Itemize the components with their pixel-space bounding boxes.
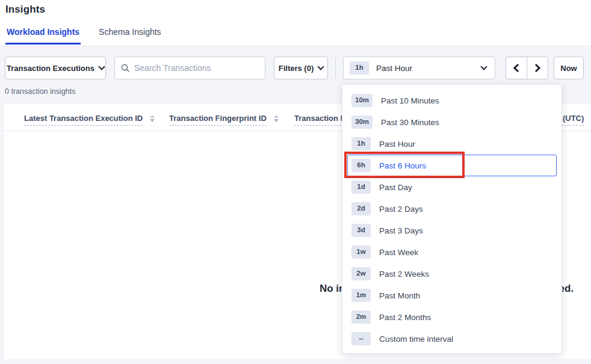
chevron-down-icon <box>318 63 324 70</box>
time-interval-badge: 1h <box>350 61 369 75</box>
insights-page: Insights Workload Insights Schema Insigh… <box>0 0 591 364</box>
now-button[interactable]: Now <box>554 57 584 79</box>
time-interval-label: Past Hour <box>376 64 412 73</box>
previous-range-button[interactable] <box>506 57 527 79</box>
sort-icon[interactable] <box>274 115 279 122</box>
filters-label: Filters (0) <box>279 64 314 73</box>
search-box[interactable] <box>114 57 265 79</box>
chevron-left-icon <box>513 64 522 72</box>
page-title: Insights <box>5 4 45 16</box>
time-interval-dropdown: 10m Past 10 Minutes 30m Past 30 Minutes … <box>342 84 562 354</box>
tab-workload-insights[interactable]: Workload Insights <box>5 26 81 45</box>
page-header: Insights Workload Insights Schema Insigh… <box>0 0 591 46</box>
time-range-nav <box>506 57 548 79</box>
time-option-past-6-hours[interactable]: 6h Past 6 Hours <box>347 155 557 176</box>
execution-type-select[interactable]: Transaction Executions <box>5 57 106 79</box>
time-option-past-30-minutes[interactable]: 30m Past 30 Minutes <box>347 111 557 133</box>
time-option-past-2-days[interactable]: 2d Past 2 Days <box>347 198 557 220</box>
sort-icon[interactable] <box>150 115 155 122</box>
chevron-down-icon <box>98 63 105 70</box>
column-header-latest-execution-id[interactable]: Latest Transaction Execution ID <box>24 114 155 126</box>
time-option-past-3-days[interactable]: 3d Past 3 Days <box>347 220 557 241</box>
time-option-past-2-weeks[interactable]: 2w Past 2 Weeks <box>347 263 557 285</box>
filters-button[interactable]: Filters (0) <box>274 57 328 79</box>
time-option-custom-interval[interactable]: -- Custom time interval <box>347 328 557 350</box>
search-icon <box>121 64 129 72</box>
search-input[interactable] <box>134 63 259 73</box>
chevron-down-icon <box>480 63 487 70</box>
time-option-past-week[interactable]: 1w Past Week <box>347 241 557 263</box>
toolbar-divider <box>335 58 336 78</box>
now-label: Now <box>560 64 577 73</box>
chevron-right-icon <box>532 64 540 72</box>
time-option-past-10-minutes[interactable]: 10m Past 10 Minutes <box>347 90 557 111</box>
insights-count: 0 transaction insights <box>5 87 75 96</box>
execution-type-label: Transaction Executions <box>7 64 94 73</box>
next-range-button[interactable] <box>527 57 548 79</box>
tab-schema-insights[interactable]: Schema Insights <box>97 26 162 45</box>
time-option-past-day[interactable]: 1d Past Day <box>347 176 557 198</box>
tab-bar: Workload Insights Schema Insights <box>0 26 162 46</box>
time-option-past-hour[interactable]: 1h Past Hour <box>347 133 557 155</box>
time-option-past-month[interactable]: 1m Past Month <box>347 285 557 306</box>
time-option-past-2-months[interactable]: 2m Past 2 Months <box>347 306 557 328</box>
time-interval-select[interactable]: 1h Past Hour <box>343 57 495 79</box>
column-header-fingerprint-id[interactable]: Transaction Fingerprint ID <box>169 114 279 126</box>
